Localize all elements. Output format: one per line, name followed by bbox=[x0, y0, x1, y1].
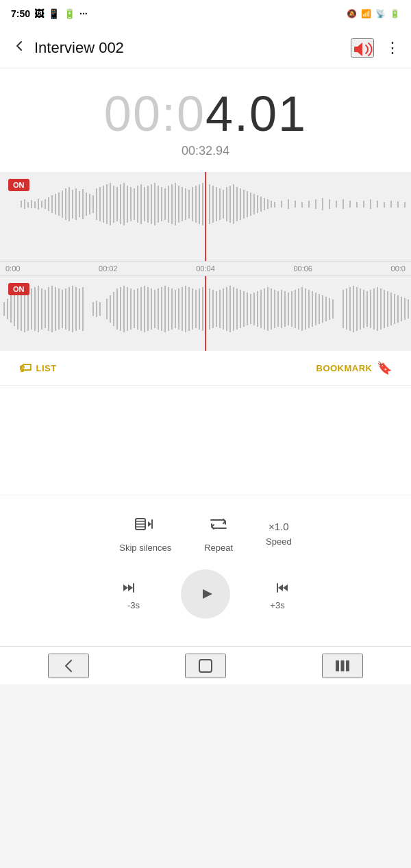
svg-rect-48 bbox=[185, 188, 186, 220]
list-button[interactable]: 🏷 LIST bbox=[19, 361, 57, 375]
svg-rect-75 bbox=[288, 199, 289, 209]
controls-row: Skip silences Repeat ×1.0 Speed bbox=[11, 514, 400, 553]
status-bar: 7:50 🖼 📱 🔋 ··· 🔕 📶 📡 🔋 bbox=[0, 0, 411, 27]
svg-rect-194 bbox=[370, 290, 371, 328]
svg-rect-203 bbox=[401, 297, 402, 321]
svg-rect-47 bbox=[182, 187, 183, 221]
track-1[interactable]: ON bbox=[0, 172, 411, 261]
svg-rect-115 bbox=[79, 288, 80, 330]
svg-rect-72 bbox=[271, 201, 272, 208]
svg-rect-104 bbox=[41, 288, 42, 330]
svg-rect-77 bbox=[301, 202, 303, 208]
play-button[interactable] bbox=[181, 569, 230, 619]
svg-rect-181 bbox=[319, 294, 320, 324]
svg-rect-9 bbox=[51, 195, 53, 213]
svg-rect-133 bbox=[151, 288, 152, 330]
svg-rect-109 bbox=[58, 288, 60, 330]
svg-rect-143 bbox=[185, 286, 186, 332]
nav-recents-button[interactable] bbox=[322, 654, 363, 678]
svg-rect-145 bbox=[192, 288, 193, 330]
back-button[interactable] bbox=[11, 38, 27, 58]
svg-rect-15 bbox=[72, 190, 73, 219]
svg-rect-215 bbox=[341, 660, 345, 671]
svg-rect-58 bbox=[223, 190, 224, 219]
timer-section: 00:04.01 00:32.94 bbox=[0, 69, 411, 172]
svg-rect-93 bbox=[3, 302, 5, 316]
svg-rect-52 bbox=[199, 184, 200, 224]
svg-rect-116 bbox=[82, 287, 84, 331]
svg-rect-180 bbox=[315, 293, 316, 325]
timer-bright-part: 4.01 bbox=[206, 86, 307, 141]
svg-rect-135 bbox=[158, 288, 159, 330]
svg-rect-33 bbox=[134, 188, 135, 220]
bookmark-button[interactable]: BOOKMARK 🔖 bbox=[316, 360, 393, 375]
repeat-label: Repeat bbox=[204, 543, 233, 553]
time-label-2: 00:04 bbox=[196, 264, 215, 273]
svg-rect-169 bbox=[277, 291, 279, 327]
playback-row: -3s +3s bbox=[11, 569, 400, 630]
svg-rect-130 bbox=[140, 287, 142, 331]
svg-rect-128 bbox=[134, 290, 135, 328]
svg-rect-2 bbox=[27, 202, 29, 208]
time-axis: 0:00 00:02 00:04 00:06 00:0 bbox=[0, 261, 411, 275]
svg-rect-65 bbox=[247, 191, 248, 217]
waveform-container[interactable]: ON bbox=[0, 172, 411, 351]
svg-rect-44 bbox=[171, 184, 173, 224]
nav-home-button[interactable] bbox=[185, 654, 226, 678]
svg-rect-184 bbox=[329, 298, 330, 320]
forward-button[interactable]: +3s bbox=[266, 578, 289, 610]
svg-rect-10 bbox=[55, 194, 56, 214]
svg-rect-174 bbox=[295, 290, 296, 328]
svg-rect-158 bbox=[240, 290, 241, 328]
svg-rect-81 bbox=[329, 199, 330, 209]
nav-back-button[interactable] bbox=[48, 654, 89, 678]
svg-rect-142 bbox=[182, 287, 183, 331]
transcript-area bbox=[0, 385, 411, 495]
skip-silences-control[interactable]: Skip silences bbox=[119, 514, 171, 553]
svg-rect-83 bbox=[342, 199, 344, 209]
svg-rect-92 bbox=[404, 202, 406, 208]
time-label-1: 00:02 bbox=[99, 264, 118, 273]
svg-rect-138 bbox=[168, 287, 169, 331]
svg-rect-149 bbox=[209, 288, 210, 330]
svg-rect-191 bbox=[360, 288, 361, 330]
svg-rect-84 bbox=[349, 201, 351, 208]
svg-rect-121 bbox=[110, 295, 111, 323]
svg-rect-150 bbox=[212, 290, 214, 328]
svg-rect-43 bbox=[168, 186, 169, 223]
svg-rect-165 bbox=[264, 288, 265, 330]
speed-control[interactable]: ×1.0 Speed bbox=[266, 521, 292, 547]
signal-icon: 📡 bbox=[375, 9, 386, 18]
battery-status-icon: 🔋 bbox=[64, 8, 75, 19]
svg-rect-42 bbox=[164, 188, 166, 220]
main-timer: 00:04.01 bbox=[104, 89, 307, 138]
rewind-label: -3s bbox=[127, 600, 140, 610]
svg-rect-113 bbox=[72, 286, 73, 332]
svg-rect-16 bbox=[75, 188, 77, 220]
more-options-button[interactable]: ⋮ bbox=[385, 39, 400, 57]
svg-rect-53 bbox=[202, 183, 203, 225]
svg-rect-62 bbox=[236, 187, 238, 221]
mute-icon: 🔕 bbox=[347, 9, 357, 18]
rewind-button[interactable]: -3s bbox=[122, 578, 145, 610]
svg-rect-14 bbox=[68, 187, 70, 221]
svg-rect-144 bbox=[188, 287, 190, 331]
svg-rect-214 bbox=[336, 660, 339, 671]
controls-section: Skip silences Repeat ×1.0 Speed bbox=[0, 495, 411, 646]
svg-rect-90 bbox=[390, 201, 392, 208]
svg-rect-205 bbox=[408, 299, 409, 319]
svg-rect-162 bbox=[253, 293, 255, 325]
svg-rect-129 bbox=[137, 288, 138, 330]
svg-rect-1 bbox=[24, 199, 25, 209]
svg-rect-163 bbox=[257, 291, 258, 327]
battery-icon: 🔋 bbox=[390, 9, 400, 18]
app-bar: Interview 002 ⋮ bbox=[0, 27, 411, 69]
volume-button[interactable] bbox=[351, 38, 374, 58]
repeat-control[interactable]: Repeat bbox=[204, 514, 233, 553]
svg-rect-168 bbox=[274, 290, 275, 328]
svg-rect-105 bbox=[45, 290, 46, 328]
svg-rect-11 bbox=[58, 193, 60, 216]
track-2[interactable]: ON bbox=[0, 275, 411, 351]
svg-rect-12 bbox=[62, 190, 63, 218]
svg-rect-114 bbox=[75, 287, 77, 331]
